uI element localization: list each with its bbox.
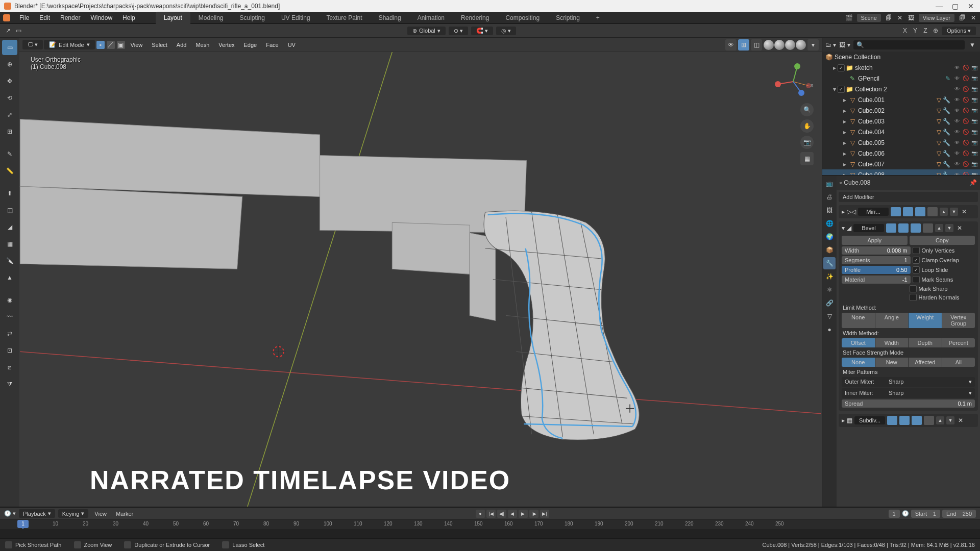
measure-tool[interactable]: 📏: [2, 163, 17, 179]
uv-menu[interactable]: UV: [284, 40, 300, 49]
move-up-icon[interactable]: ▲: [935, 224, 943, 232]
minimize-button[interactable]: —: [936, 2, 943, 10]
view-layer-new-icon[interactable]: 🗐: [959, 14, 966, 21]
end-frame-input[interactable]: End250: [942, 510, 976, 518]
marker-menu[interactable]: Marker: [113, 511, 136, 517]
smooth-tool[interactable]: 〰: [2, 309, 17, 324]
proportional-dropdown[interactable]: ◎ ▾: [496, 27, 516, 35]
xray-toggle-icon[interactable]: ◫: [751, 39, 762, 51]
mark-seams-checkbox[interactable]: [913, 276, 920, 283]
ortho-toggle-icon[interactable]: ▦: [800, 152, 814, 165]
current-frame-input[interactable]: 1: [889, 510, 900, 518]
mirror-z-toggle[interactable]: Z: [921, 27, 929, 35]
knife-tool[interactable]: 🔪: [2, 253, 17, 268]
outliner-tree[interactable]: 📦Scene Collection ▸ ✓📁 sketch 👁🚫📷 ✎ GPen…: [822, 52, 980, 175]
material-input[interactable]: Material-1: [842, 276, 911, 284]
outliner-search[interactable]: 🔍: [853, 40, 965, 49]
view-layer-selector[interactable]: View Layer: [919, 14, 954, 22]
add-menu[interactable]: Add: [173, 40, 191, 49]
scene-new-icon[interactable]: 🗐: [885, 14, 892, 21]
inner-miter-dropdown[interactable]: Inner Miter:Sharp▾: [842, 388, 975, 398]
mirror-y-toggle[interactable]: Y: [911, 27, 919, 35]
navigation-gizmo[interactable]: X: [773, 61, 814, 102]
cursor-tool[interactable]: ⊕: [2, 57, 17, 72]
keyframe-next-icon[interactable]: |▶: [529, 510, 538, 518]
mod-realtime-toggle[interactable]: [903, 207, 913, 216]
clamp-overlap-checkbox[interactable]: ✓: [913, 257, 920, 264]
prop-tab-physics[interactable]: ⚛: [823, 284, 836, 296]
timeline-track[interactable]: [0, 529, 980, 538]
modifier-delete-icon[interactable]: ✕: [957, 417, 965, 424]
scene-delete-icon[interactable]: ✕: [896, 14, 903, 21]
width-offset[interactable]: Offset: [842, 338, 875, 347]
shading-wireframe[interactable]: [764, 40, 774, 50]
face-menu[interactable]: Face: [262, 40, 282, 49]
preview-range-icon[interactable]: 🕐: [902, 510, 909, 517]
orientation-dropdown[interactable]: ⊚ Global ▾: [407, 27, 446, 35]
mod-realtime-toggle[interactable]: [899, 416, 910, 425]
tab-layout[interactable]: Layout: [156, 12, 190, 24]
expand-icon[interactable]: ▾: [842, 224, 845, 232]
inset-tool[interactable]: ◫: [2, 203, 17, 218]
transform-tool[interactable]: ⊞: [2, 124, 17, 139]
view-layer-delete-icon[interactable]: ✕: [970, 14, 977, 21]
mod-render-toggle[interactable]: [886, 223, 896, 233]
prop-tab-modifier[interactable]: 🔧: [823, 257, 836, 269]
timeline-ruler[interactable]: 1 10203040506070809010011012013014015016…: [0, 520, 980, 529]
keying-menu[interactable]: Keying ▾: [58, 509, 89, 518]
prop-tab-object[interactable]: 📦: [823, 244, 836, 256]
only-vertices-checkbox[interactable]: [913, 247, 920, 254]
close-button[interactable]: ✕: [968, 2, 974, 10]
move-down-icon[interactable]: ▼: [946, 416, 954, 424]
tab-texture-paint[interactable]: Texture Paint: [318, 12, 371, 24]
show-gizmo-icon[interactable]: 👁: [725, 39, 737, 51]
select-tool-icon[interactable]: ▭: [14, 27, 22, 35]
playhead[interactable]: 1: [22, 520, 23, 529]
width-input[interactable]: Width0.008 m: [842, 246, 911, 255]
shading-solid[interactable]: [774, 40, 785, 50]
shading-material[interactable]: [785, 40, 795, 50]
rip-tool[interactable]: ⧩: [2, 377, 17, 392]
shrink-tool[interactable]: ⊡: [2, 343, 17, 358]
width-depth[interactable]: Depth: [909, 338, 942, 347]
menu-help[interactable]: Help: [117, 12, 140, 23]
shear-tool[interactable]: ⧄: [2, 360, 17, 375]
limit-weight[interactable]: Weight: [909, 313, 942, 328]
snap-dropdown[interactable]: 🧲 ▾: [471, 27, 493, 35]
scene-selector[interactable]: Scene: [857, 14, 881, 22]
viewport-3d[interactable]: User Orthographic (1) Cube.008: [19, 52, 822, 507]
select-menu[interactable]: Select: [148, 40, 172, 49]
prop-tab-world[interactable]: 🌍: [823, 231, 836, 243]
view-menu[interactable]: View: [91, 511, 110, 517]
limit-vgroup[interactable]: Vertex Group: [942, 313, 975, 328]
prop-tab-output[interactable]: 🖨: [823, 191, 836, 203]
mod-cage-toggle[interactable]: [927, 207, 938, 216]
vertex-menu[interactable]: Vertex: [214, 40, 238, 49]
view-menu[interactable]: View: [127, 40, 147, 49]
tab-uv-editing[interactable]: UV Editing: [273, 12, 318, 24]
width-width[interactable]: Width: [875, 338, 909, 347]
face-select-mode[interactable]: ▣: [117, 41, 125, 49]
menu-edit[interactable]: Edit: [34, 12, 55, 23]
shading-rendered[interactable]: [796, 40, 806, 50]
tree-row-selected[interactable]: ▸▽Cube.008▽🔧👁🚫📷: [822, 169, 980, 175]
face-new[interactable]: New: [875, 358, 909, 367]
spin-tool[interactable]: ◉: [2, 292, 17, 308]
modifier-name-input[interactable]: Bevel: [853, 224, 884, 232]
tab-scripting[interactable]: Scripting: [548, 12, 588, 24]
mod-editmode-toggle[interactable]: [912, 416, 922, 425]
prop-tab-viewlayer[interactable]: 🖼: [823, 204, 836, 216]
move-up-icon[interactable]: ▲: [940, 208, 948, 216]
copy-button[interactable]: Copy: [910, 236, 975, 245]
prop-tab-material[interactable]: ●: [823, 323, 836, 336]
mirror-x-toggle[interactable]: X: [901, 27, 909, 35]
start-frame-input[interactable]: Start1: [911, 510, 940, 518]
pin-icon[interactable]: 📌: [969, 179, 977, 186]
prop-tab-render[interactable]: 📺: [823, 178, 836, 190]
segments-input[interactable]: Segments1: [842, 256, 911, 264]
mode-dropdown[interactable]: 📝 Edit Mode ▾: [44, 40, 95, 49]
face-none[interactable]: None: [842, 358, 875, 367]
prop-tab-mesh[interactable]: ▽: [823, 310, 836, 322]
play-icon[interactable]: ▶: [519, 510, 528, 518]
tab-rendering[interactable]: Rendering: [453, 12, 497, 24]
